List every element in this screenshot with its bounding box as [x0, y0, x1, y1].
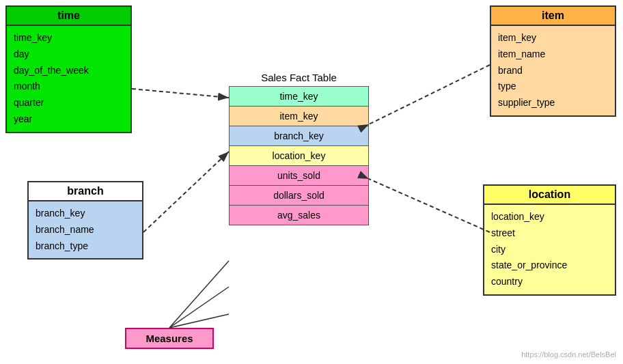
arrow-measures-1 [169, 261, 229, 328]
location-table: location location_key street city state_… [483, 184, 616, 296]
watermark: https://blog.csdn.net/BelsBel [521, 350, 616, 359]
arrow-measures-2 [169, 287, 229, 328]
item-title: item [491, 7, 615, 26]
item-field-1: item_key [498, 30, 608, 46]
arrow-time [132, 89, 229, 98]
location-field-3: city [491, 242, 608, 258]
time-field-6: year [14, 111, 124, 128]
arrow-measures-3 [169, 314, 229, 328]
time-field-2: day [14, 46, 124, 63]
item-body: item_key item_name brand type supplier_t… [491, 26, 615, 115]
location-field-5: country [491, 274, 608, 290]
location-title: location [484, 186, 615, 205]
fact-row-units-sold: units_sold [229, 165, 369, 185]
branch-title: branch [29, 182, 142, 201]
location-field-2: street [491, 225, 608, 242]
measures-box: Measures [125, 328, 214, 349]
location-field-4: state_or_province [491, 257, 608, 274]
location-field-1: location_key [491, 209, 608, 225]
fact-row-time-key: time_key [229, 86, 369, 106]
item-field-4: type [498, 79, 608, 95]
fact-row-item-key: item_key [229, 106, 369, 126]
measures-label: Measures [146, 333, 193, 344]
fact-row-branch-key: branch_key [229, 126, 369, 145]
time-body: time_key day day_of_the_week month quart… [7, 26, 130, 132]
branch-field-3: branch_type [36, 238, 135, 255]
arrow-item [369, 65, 490, 124]
fact-row-avg-sales: avg_sales [229, 205, 369, 225]
time-title: time [7, 7, 130, 26]
branch-field-1: branch_key [36, 206, 135, 222]
item-field-3: brand [498, 63, 608, 79]
fact-label: Sales Fact Table [229, 72, 369, 83]
diagram-container: time time_key day day_of_the_week month … [0, 0, 623, 364]
item-field-5: supplier_type [498, 95, 608, 111]
time-field-4: month [14, 79, 124, 95]
time-field-5: quarter [14, 95, 124, 111]
branch-table: branch branch_key branch_name branch_typ… [27, 181, 143, 260]
time-field-1: time_key [14, 30, 124, 46]
time-table: time time_key day day_of_the_week month … [5, 5, 132, 133]
time-field-3: day_of_the_week [14, 63, 124, 79]
location-body: location_key street city state_or_provin… [484, 205, 615, 294]
branch-body: branch_key branch_name branch_type [29, 201, 142, 258]
branch-field-2: branch_name [36, 222, 135, 238]
item-table: item item_key item_name brand type suppl… [490, 5, 616, 117]
fact-row-dollars-sold: dollars_sold [229, 185, 369, 205]
item-field-2: item_name [498, 46, 608, 63]
fact-table: Sales Fact Table time_key item_key branc… [229, 72, 369, 225]
fact-row-location-key: location_key [229, 145, 369, 165]
arrow-location [369, 179, 490, 232]
arrow-branch [143, 152, 229, 232]
